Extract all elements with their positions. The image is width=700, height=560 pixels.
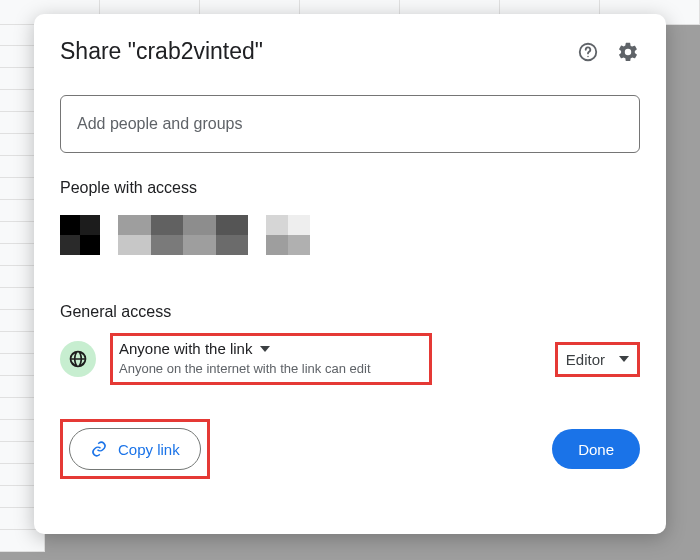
- help-icon[interactable]: [576, 40, 600, 64]
- gear-icon[interactable]: [616, 40, 640, 64]
- link-icon: [90, 440, 108, 458]
- role-dropdown[interactable]: Editor: [555, 342, 640, 377]
- done-button[interactable]: Done: [552, 429, 640, 469]
- share-dialog: Share "crab2vinted" Add people and group…: [34, 14, 666, 534]
- copy-link-label: Copy link: [118, 441, 180, 458]
- add-people-input[interactable]: Add people and groups: [60, 95, 640, 153]
- chevron-down-icon: [260, 346, 270, 352]
- people-avatars: [60, 215, 640, 255]
- highlight-copy-link: Copy link: [60, 419, 210, 479]
- highlight-link-scope: Anyone with the link Anyone on the inter…: [110, 333, 432, 385]
- role-label: Editor: [566, 351, 605, 368]
- people-with-access-heading: People with access: [60, 179, 640, 197]
- avatar[interactable]: [60, 215, 100, 255]
- dialog-title: Share "crab2vinted": [60, 38, 576, 65]
- globe-icon: [60, 341, 96, 377]
- avatar[interactable]: [118, 215, 248, 255]
- general-access-heading: General access: [60, 303, 640, 321]
- svg-point-1: [587, 55, 588, 56]
- link-scope-description: Anyone on the internet with the link can…: [119, 361, 419, 376]
- dialog-header: Share "crab2vinted": [60, 38, 640, 65]
- link-scope-label: Anyone with the link: [119, 340, 252, 357]
- avatar[interactable]: [266, 215, 310, 255]
- link-scope-dropdown[interactable]: Anyone with the link: [119, 340, 419, 357]
- add-people-placeholder: Add people and groups: [77, 115, 242, 133]
- chevron-down-icon: [619, 356, 629, 362]
- copy-link-button[interactable]: Copy link: [69, 428, 201, 470]
- done-label: Done: [578, 441, 614, 458]
